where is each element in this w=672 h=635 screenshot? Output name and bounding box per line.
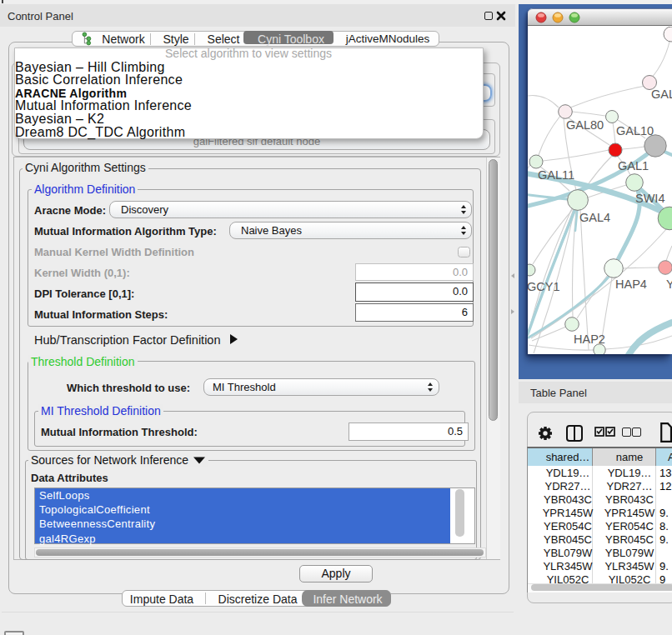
svg-text:SWI4: SWI4 (635, 192, 664, 205)
svg-text:HAP4: HAP4 (615, 278, 647, 291)
svg-text:GAL4: GAL4 (579, 211, 610, 224)
svg-text:GCY1: GCY1 (528, 280, 560, 293)
svg-text:GAL10: GAL10 (616, 124, 654, 138)
svg-text:GAL1: GAL1 (618, 159, 649, 172)
svg-text:Y: Y (666, 278, 672, 291)
svg-text:GAL7: GAL7 (651, 88, 672, 101)
svg-text:GAL80: GAL80 (566, 118, 604, 132)
svg-text:HAP2: HAP2 (574, 332, 605, 346)
svg-text:GAL11: GAL11 (538, 168, 574, 182)
